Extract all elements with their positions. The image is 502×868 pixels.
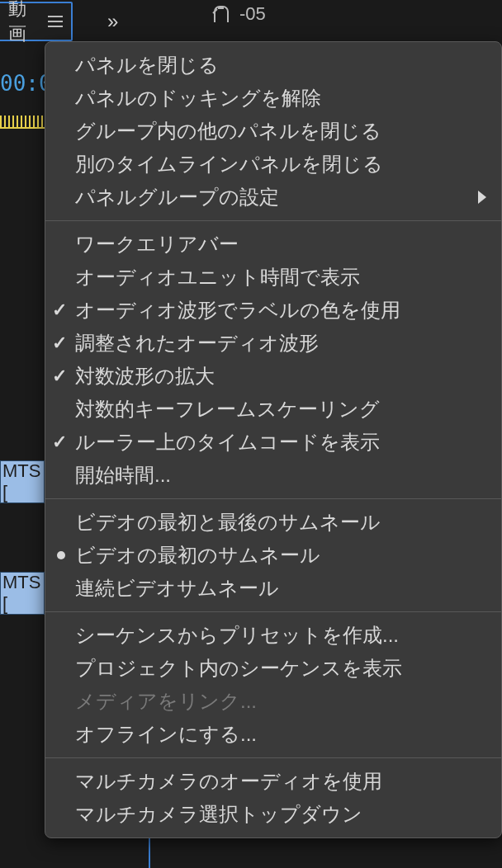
menu-undock-panel[interactable]: パネルのドッキングを解除 xyxy=(45,82,501,115)
snap-tool-icon[interactable]: -05 xyxy=(211,3,266,25)
panel-menu-icon[interactable] xyxy=(48,16,63,27)
menu-multicam-selection-top-down[interactable]: マルチカメラ選択トップダウン xyxy=(45,798,501,831)
menu-separator xyxy=(45,220,501,221)
menu-work-area-bar[interactable]: ワークエリアバー xyxy=(45,228,501,261)
clip-b-label: MTS [ xyxy=(2,572,44,615)
panel-context-menu: パネルを閉じる パネルのドッキングを解除 グループ内の他のパネルを閉じる 別のタ… xyxy=(45,41,502,838)
menu-continuous-thumbnails[interactable]: 連続ビデオサムネール xyxy=(45,572,501,605)
expand-chevrons-icon[interactable]: » xyxy=(107,10,113,33)
submenu-arrow-icon xyxy=(478,191,486,204)
clip-a[interactable]: MTS [ xyxy=(0,460,45,503)
menu-head-tail-thumbnails[interactable]: ビデオの最初と最後のサムネール xyxy=(45,506,501,539)
menu-make-offline[interactable]: オフラインにする... xyxy=(45,718,501,751)
menu-show-ruler-timecode[interactable]: ✓ ルーラー上のタイムコードを表示 xyxy=(45,426,501,459)
check-icon: ✓ xyxy=(52,432,67,453)
menu-create-preset-from-sequence[interactable]: シーケンスからプリセットを作成... xyxy=(45,619,501,652)
clip-b[interactable]: MTS [ xyxy=(0,572,45,615)
panel-tab[interactable]: 動画 xyxy=(0,2,73,41)
menu-audio-unit-time[interactable]: オーディオユニット時間で表示 xyxy=(45,261,501,294)
radio-icon xyxy=(57,551,65,559)
menu-close-other-panels[interactable]: グループ内の他のパネルを閉じる xyxy=(45,115,501,148)
menu-head-thumbnail[interactable]: ビデオの最初のサムネール xyxy=(45,539,501,572)
menu-audio-waveform-label-color[interactable]: ✓ オーディオ波形でラベルの色を使用 xyxy=(45,294,501,327)
menu-rectified-audio-waveform[interactable]: ✓ 調整されたオーディオ波形 xyxy=(45,327,501,360)
menu-log-keyframe-scaling[interactable]: 対数的キーフレームスケーリング xyxy=(45,393,501,426)
clip-a-label: MTS [ xyxy=(2,460,44,503)
timeline-ruler[interactable] xyxy=(0,116,46,127)
menu-close-other-timeline-panels[interactable]: 別のタイムラインパネルを閉じる xyxy=(45,148,501,181)
menu-panel-group-settings[interactable]: パネルグループの設定 xyxy=(45,181,501,214)
check-icon: ✓ xyxy=(52,333,67,354)
menu-reveal-sequence-in-project[interactable]: プロジェクト内のシーケンスを表示 xyxy=(45,652,501,685)
menu-start-time[interactable]: 開始時間... xyxy=(45,459,501,492)
menu-separator xyxy=(45,611,501,612)
menu-multicam-use-audio[interactable]: マルチカメラのオーディオを使用 xyxy=(45,765,501,798)
check-icon: ✓ xyxy=(52,300,67,321)
check-icon: ✓ xyxy=(52,366,67,387)
menu-close-panel[interactable]: パネルを閉じる xyxy=(45,49,501,82)
panel-tab-label: 動画 xyxy=(8,0,36,46)
menu-separator xyxy=(45,757,501,758)
menu-log-waveform-zoom[interactable]: ✓ 対数波形の拡大 xyxy=(45,360,501,393)
menu-link-media: メディアをリンク... xyxy=(45,685,501,718)
menu-separator xyxy=(45,498,501,499)
snap-value: -05 xyxy=(239,3,266,25)
